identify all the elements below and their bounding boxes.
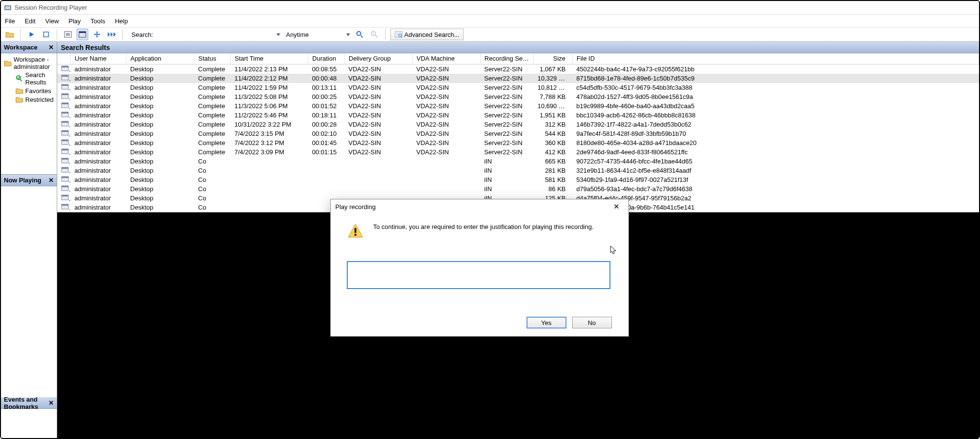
search-input[interactable] [156, 29, 273, 40]
col-dg-header[interactable]: Delivery Group [345, 53, 413, 64]
table-row[interactable]: administratorDesktopCoiIN581 KB5340fb29-… [57, 175, 979, 184]
cell-start [231, 157, 308, 166]
table-row[interactable]: administratorDesktopComplete11/2/2022 5:… [57, 111, 979, 120]
stop-button[interactable] [40, 29, 52, 40]
workspace-close-icon[interactable]: ✕ [48, 44, 54, 51]
cell-fid: 9a7fec4f-581f-428f-89df-33bfb59b1b70 [573, 129, 979, 138]
col-app-header[interactable]: Application [127, 53, 194, 64]
app-icon [4, 4, 12, 12]
cell-status: Complete [194, 111, 231, 120]
svg-rect-35 [62, 167, 68, 169]
no-button[interactable]: No [572, 317, 612, 328]
cell-start [231, 203, 308, 212]
menu-tools[interactable]: Tools [91, 17, 105, 25]
cell-user: administrator [71, 111, 127, 120]
col-fid-header[interactable]: File ID [573, 53, 979, 64]
cell-fid: b19c9989-4bfe-460e-ba40-aa43dbd2caa5 [573, 101, 979, 111]
fit-window-button[interactable] [62, 29, 74, 40]
cell-srv: iIN [481, 184, 534, 194]
svg-rect-37 [62, 177, 68, 178]
workspace-item-restricted[interactable]: Restricted [4, 95, 54, 104]
col-start-header[interactable]: Start Time [231, 53, 308, 64]
workspace-item-label: Search Results [25, 71, 54, 86]
dialog-close-icon[interactable]: ✕ [610, 202, 624, 211]
recording-icon [61, 176, 69, 182]
table-row[interactable]: administratorDesktopCoiIN86 KBd79a5056-9… [57, 184, 979, 194]
recording-icon [61, 120, 69, 127]
separator [20, 29, 21, 40]
recording-icon [61, 93, 69, 99]
cell-start: 11/4/2022 2:13 PM [231, 64, 308, 74]
table-row[interactable]: administratorDesktopComplete11/3/2022 5:… [57, 92, 979, 101]
dialog-message-row: To continue, you are required to enter t… [347, 223, 612, 239]
cell-start: 11/2/2022 5:46 PM [231, 111, 308, 120]
cell-dg: VDA22-SIN [345, 120, 413, 129]
menu-file[interactable]: File [5, 17, 15, 25]
cell-size: 86 KB [534, 184, 573, 194]
table-row[interactable]: administratorDesktopCoiIN281 KB321e9b11-… [57, 166, 979, 175]
cell-srv: Server22-SIN [481, 129, 534, 138]
results-table-wrap: User Name Application Status Start Time … [57, 53, 980, 212]
cell-dg [345, 157, 413, 166]
results-title: Search Results [61, 44, 110, 51]
search-dropdown-icon[interactable] [275, 29, 281, 40]
skip-button[interactable] [106, 29, 117, 40]
table-row[interactable]: administratorDesktopCoiIN665 KB90722c57-… [57, 157, 979, 166]
cell-dg [345, 184, 413, 194]
menu-play[interactable]: Play [68, 17, 80, 25]
table-row[interactable]: administratorDesktopComplete11/3/2022 5:… [57, 101, 979, 111]
table-row[interactable]: administratorDesktopComplete11/4/2022 2:… [57, 64, 979, 74]
menu-edit[interactable]: Edit [25, 17, 35, 25]
svg-point-8 [371, 32, 375, 35]
col-srv-header[interactable]: Recording Ser... [481, 53, 534, 64]
recording-icon [61, 74, 69, 81]
yes-button[interactable]: Yes [527, 317, 566, 328]
table-row[interactable]: administratorDesktopComplete11/4/2022 1:… [57, 83, 979, 92]
search-clear-button[interactable] [369, 29, 380, 40]
cell-status: Co [194, 175, 231, 184]
events-close-icon[interactable]: ✕ [48, 399, 54, 406]
col-duration-header[interactable]: Duration [308, 53, 345, 64]
cell-status: Co [194, 194, 231, 203]
play-button[interactable] [26, 29, 37, 40]
nowplaying-title: Now Playing [4, 177, 41, 184]
svg-rect-45 [354, 234, 356, 236]
folder-icon [16, 87, 23, 95]
justification-input[interactable] [347, 261, 610, 289]
cell-vda [413, 157, 481, 166]
col-icon-header[interactable] [57, 53, 71, 64]
results-header: Search Results [57, 42, 980, 53]
cell-dg [345, 175, 413, 184]
cell-duration: 00:00:25 [308, 92, 345, 101]
table-row[interactable]: administratorDesktopComplete7/4/2022 3:1… [57, 138, 979, 147]
table-row[interactable]: administratorDesktopComplete11/4/2022 2:… [57, 74, 979, 83]
workspace-item-favorites[interactable]: Favorites [4, 86, 54, 95]
recording-icon [61, 65, 69, 72]
cell-user: administrator [71, 74, 127, 83]
col-status-header[interactable]: Status [194, 53, 231, 64]
table-row[interactable]: administratorDesktopComplete7/4/2022 3:1… [57, 129, 979, 138]
col-user-header[interactable]: User Name [71, 53, 127, 64]
menu-help[interactable]: Help [115, 17, 128, 25]
cell-fid: 90722c57-4735-4446-bfcc-4fe1bae44d65 [573, 157, 979, 166]
nowplaying-close-icon[interactable]: ✕ [48, 177, 54, 184]
time-dropdown-icon[interactable] [345, 29, 351, 40]
time-filter[interactable] [284, 29, 342, 40]
menu-view[interactable]: View [45, 17, 59, 25]
actual-size-button[interactable] [77, 29, 88, 40]
cell-status: Co [194, 184, 231, 194]
search-go-button[interactable] [354, 29, 366, 40]
table-row[interactable]: administratorDesktopComplete7/4/2022 3:0… [57, 147, 979, 157]
svg-rect-27 [62, 130, 68, 132]
cell-duration: 00:02:10 [308, 129, 345, 138]
advanced-search-button[interactable]: Advanced Search... [390, 29, 464, 40]
workspace-root[interactable]: Workspace - administrator [4, 55, 54, 71]
col-vda-header[interactable]: VDA Machine [413, 53, 481, 64]
pan-button[interactable] [91, 29, 103, 40]
table-row[interactable]: administratorDesktopComplete10/31/2022 3… [57, 120, 979, 129]
cell-size: 281 KB [534, 166, 573, 175]
col-size-header[interactable]: Size [534, 53, 573, 64]
open-button[interactable] [4, 29, 16, 40]
cell-user: administrator [71, 129, 127, 138]
workspace-item-search-results[interactable]: Search Results [4, 71, 54, 86]
